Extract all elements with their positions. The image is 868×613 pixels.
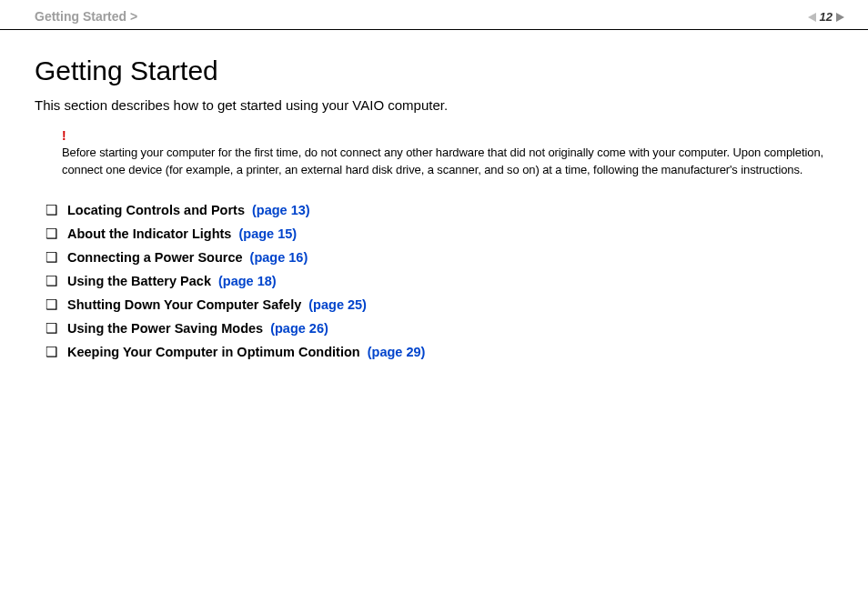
list-item: ❑ Using the Battery Pack (page 18) [45, 274, 833, 288]
toc-page-link[interactable]: (page 13) [252, 203, 310, 217]
toc-label: Locating Controls and Ports [67, 203, 245, 217]
prev-page-icon[interactable] [808, 13, 816, 22]
toc-page-link[interactable]: (page 26) [270, 321, 328, 336]
alert-text: Before starting your computer for the fi… [62, 146, 823, 176]
page-content: Getting Started This section describes h… [0, 30, 868, 359]
list-item: ❑ Keeping Your Computer in Optimum Condi… [45, 345, 833, 359]
toc-label: Using the Power Saving Modes [67, 321, 263, 336]
bullet-icon: ❑ [45, 226, 67, 241]
page-header: Getting Started > 12 [0, 0, 868, 30]
toc-page-link[interactable]: (page 16) [250, 250, 308, 265]
toc-label: About the Indicator Lights [67, 226, 231, 241]
toc-label: Using the Battery Pack [67, 274, 211, 288]
page-number: 12 [820, 10, 833, 24]
alert-block: ! Before starting your computer for the … [62, 129, 824, 177]
toc-page-link[interactable]: (page 15) [238, 226, 297, 241]
list-item: ❑ Locating Controls and Ports (page 13) [45, 203, 833, 217]
toc-page-link[interactable]: (page 18) [218, 274, 277, 288]
toc-label: Keeping Your Computer in Optimum Conditi… [67, 345, 360, 359]
toc-list: ❑ Locating Controls and Ports (page 13) … [45, 203, 833, 359]
bullet-icon: ❑ [45, 250, 67, 265]
page-nav: 12 [808, 10, 850, 24]
next-page-icon[interactable] [836, 13, 844, 22]
intro-text: This section describes how to get starte… [35, 97, 833, 113]
list-item: ❑ Using the Power Saving Modes (page 26) [45, 321, 833, 336]
page-title: Getting Started [35, 55, 833, 86]
bullet-icon: ❑ [45, 321, 67, 336]
bullet-icon: ❑ [45, 203, 67, 217]
toc-page-link[interactable]: (page 29) [368, 345, 426, 359]
alert-icon: ! [62, 129, 824, 142]
toc-label: Shutting Down Your Computer Safely [67, 297, 301, 312]
breadcrumb[interactable]: Getting Started > [35, 9, 137, 24]
list-item: ❑ About the Indicator Lights (page 15) [45, 226, 833, 241]
list-item: ❑ Connecting a Power Source (page 16) [45, 250, 833, 265]
list-item: ❑ Shutting Down Your Computer Safely (pa… [45, 297, 833, 312]
bullet-icon: ❑ [45, 274, 67, 288]
bullet-icon: ❑ [45, 297, 67, 312]
toc-page-link[interactable]: (page 25) [308, 297, 367, 312]
toc-label: Connecting a Power Source [67, 250, 243, 265]
bullet-icon: ❑ [45, 345, 67, 359]
